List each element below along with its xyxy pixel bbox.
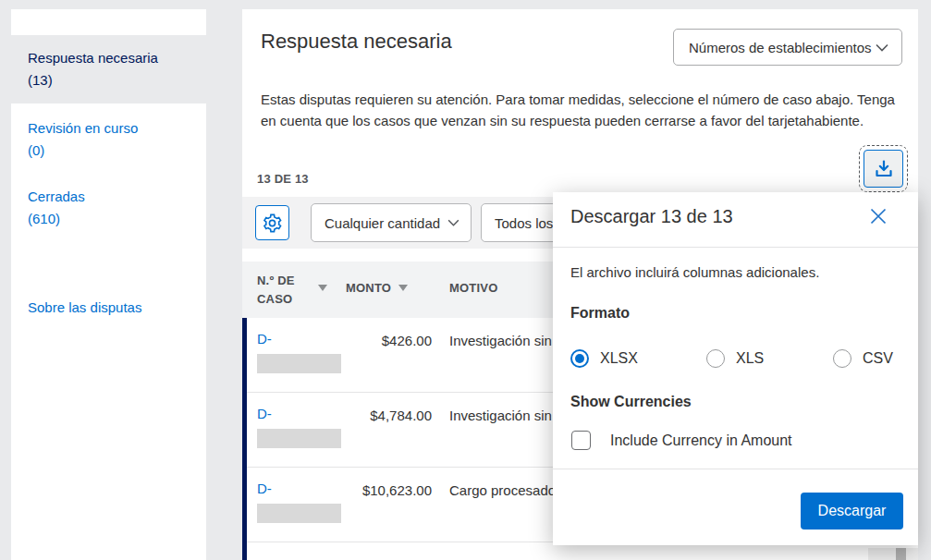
sidebar-item-cerradas[interactable]: Cerradas (610) [11, 186, 206, 230]
chevron-down-icon [876, 43, 888, 52]
dispute-reason: Cargo procesado [449, 482, 556, 498]
sidebar-item-count: (0) [28, 140, 206, 162]
page-description: Estas disputas requieren su atención. Pa… [261, 89, 908, 131]
scrollbar-track [868, 548, 918, 560]
merchant-numbers-dropdown-value: Números de establecimientos [689, 40, 872, 55]
sidebar-item-label: Respuesta necesaria [28, 47, 197, 69]
sidebar-item-count: (610) [28, 208, 206, 230]
currencies-group-label: Show Currencies [570, 394, 692, 410]
radio-label: CSV [863, 350, 893, 367]
radio-option-csv[interactable]: CSV [833, 349, 893, 368]
download-modal-note: El archivo incluirá columnas adicionales… [570, 264, 819, 280]
merchant-numbers-dropdown[interactable]: Números de establecimientos [673, 29, 902, 66]
download-icon [875, 160, 893, 177]
chevron-down-icon [447, 219, 459, 226]
sort-icon-case[interactable] [318, 285, 327, 291]
download-modal-footer: Descargar [553, 469, 918, 545]
dispute-reason: Investigación sin [449, 408, 552, 423]
column-header-case[interactable]: N.º DE CASO [257, 272, 312, 309]
redacted-case-number [257, 429, 341, 448]
radio-label: XLSX [600, 350, 638, 367]
case-link[interactable]: D- [257, 406, 272, 421]
sidebar-item-revision-en-curso[interactable]: Revisión en curso (0) [11, 117, 206, 162]
results-count: 13 DE 13 [257, 172, 309, 186]
include-currency-row: Include Currency in Amount [571, 431, 792, 450]
sidebar-link-sobre-las-disputas[interactable]: Sobre las disputas [11, 297, 206, 319]
close-icon [870, 212, 887, 227]
download-button[interactable] [864, 150, 903, 188]
column-header-monto[interactable]: MONTO [346, 281, 391, 295]
dispute-amount: $10,623.00 [319, 482, 432, 498]
download-modal-title: Descargar 13 de 13 [570, 206, 733, 227]
radio-button-icon[interactable] [570, 349, 589, 368]
settings-button[interactable] [255, 205, 289, 240]
status-filter-value: Todos los [495, 215, 553, 231]
dispute-reason: Investigación sin [449, 333, 552, 348]
radio-button-icon[interactable] [706, 349, 725, 368]
scrollbar-thumb[interactable] [896, 548, 906, 560]
amount-filter-dropdown[interactable]: Cualquier cantidad [311, 203, 472, 242]
include-currency-checkbox[interactable] [571, 431, 591, 450]
download-modal-header: Descargar 13 de 13 [553, 192, 918, 248]
radio-option-xls[interactable]: XLS [706, 349, 764, 368]
sort-icon-monto[interactable] [398, 285, 408, 291]
format-radio-group: XLSX XLS CSV [570, 349, 903, 370]
case-link[interactable]: D- [257, 481, 272, 496]
sidebar: Respuesta necesaria (13) Revisión en cur… [11, 9, 206, 560]
sidebar-link-label: Sobre las disputas [28, 297, 206, 319]
sidebar-item-count: (13) [28, 69, 197, 91]
sidebar-item-label: Cerradas [28, 186, 206, 208]
close-button[interactable] [870, 208, 887, 225]
page-title: Respuesta necesaria [261, 30, 452, 54]
gear-icon [262, 213, 283, 234]
column-header-motivo[interactable]: MOTIVO [449, 281, 497, 295]
download-modal: Descargar 13 de 13 El archivo incluirá c… [553, 192, 918, 545]
dispute-amount: $426.00 [319, 333, 432, 348]
redacted-case-number [257, 354, 341, 373]
redacted-case-number [257, 504, 341, 523]
radio-button-icon[interactable] [833, 349, 851, 368]
radio-option-xlsx[interactable]: XLSX [570, 349, 638, 368]
disputes-page: { "colors": { "accent_blue": "#006fcf", … [0, 0, 931, 560]
format-group-label: Formato [570, 305, 630, 322]
sidebar-item-respuesta-necesaria[interactable]: Respuesta necesaria (13) [11, 35, 206, 103]
radio-label: XLS [736, 350, 764, 367]
include-currency-label: Include Currency in Amount [610, 432, 792, 449]
descargar-button[interactable]: Descargar [801, 493, 903, 530]
amount-filter-value: Cualquier cantidad [325, 215, 440, 231]
dispute-amount: $4,784.00 [319, 408, 432, 423]
sidebar-item-label: Revisión en curso [28, 117, 206, 140]
case-link[interactable]: D- [257, 331, 272, 347]
